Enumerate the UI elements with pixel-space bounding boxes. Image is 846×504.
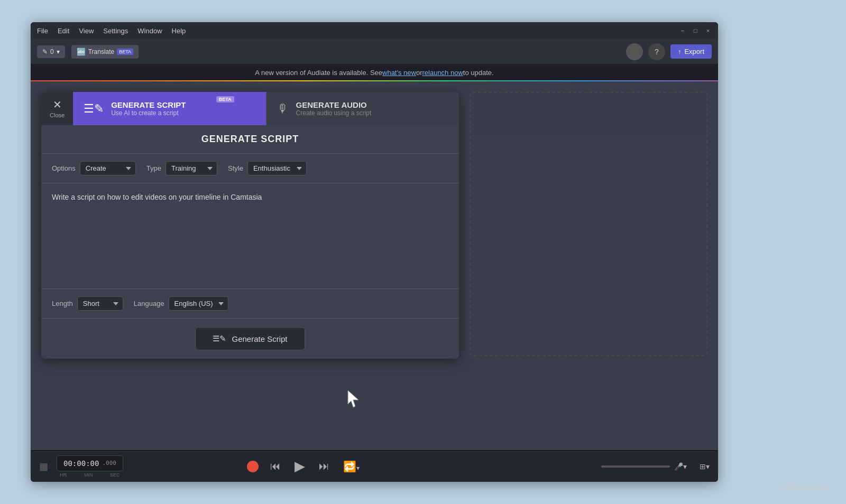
export-button[interactable]: ↑ Export bbox=[670, 44, 712, 59]
menu-window[interactable]: Window bbox=[137, 27, 162, 35]
menu-help[interactable]: Help bbox=[172, 27, 186, 35]
volume-area: 🎤▾ bbox=[601, 462, 687, 471]
dropdown-arrow-icon: ▾ bbox=[57, 48, 60, 55]
panel-close-button[interactable]: ✕ Close bbox=[41, 92, 73, 125]
maximize-button[interactable]: □ bbox=[692, 27, 699, 34]
panel-body: GENERATE SCRIPT Options Create Edit Summ… bbox=[41, 125, 459, 359]
hr-label: HR bbox=[60, 472, 67, 478]
panel-title: GENERATE SCRIPT bbox=[41, 125, 459, 154]
generate-script-panel: ✕ Close BETA ☰✎ GENERATE SCRIPT Use AI t… bbox=[41, 92, 459, 359]
length-group: Length Short Medium Long bbox=[52, 296, 123, 311]
bottom-bar: ▦ 00:00:00 .000 HR MIN SEC ⏮ ▶ ⏭ 🔁▾ 🎤▾ bbox=[31, 450, 718, 482]
pencil-icon: ✎ bbox=[42, 48, 48, 55]
translate-button[interactable]: 🔤 Translate BETA bbox=[71, 45, 139, 59]
audio-tab-text: GENERATE AUDIO Create audio using a scri… bbox=[296, 100, 372, 117]
script-count: 0 bbox=[50, 48, 54, 55]
app-window: File Edit View Settings Window Help − □ … bbox=[31, 22, 718, 482]
volume-bar[interactable] bbox=[601, 465, 670, 468]
timecode-ms: .000 bbox=[102, 460, 116, 466]
export-label: Export bbox=[684, 48, 704, 55]
timecode-value: 00:00:00 bbox=[63, 459, 99, 468]
export-icon: ↑ bbox=[678, 48, 682, 55]
user-avatar[interactable] bbox=[626, 43, 643, 60]
menu-view[interactable]: View bbox=[79, 27, 94, 35]
minimize-button[interactable]: − bbox=[679, 27, 686, 34]
options-label: Options bbox=[52, 164, 76, 172]
help-button[interactable]: ? bbox=[648, 43, 665, 60]
play-button[interactable]: ▶ bbox=[292, 456, 307, 477]
toolbar-right: ? ↑ Export bbox=[626, 43, 712, 60]
toolbar: ✎ 0 ▾ 🔤 Translate BETA ? ↑ Export bbox=[31, 39, 718, 64]
script-tab-text: GENERATE SCRIPT Use AI to create a scrip… bbox=[111, 100, 186, 117]
banner-text-middle: or bbox=[416, 69, 422, 77]
type-label: Type bbox=[146, 164, 161, 172]
placeholder-area bbox=[470, 92, 707, 356]
length-select[interactable]: Short Medium Long bbox=[77, 296, 123, 311]
script-textarea[interactable]: Write a script on how to edit videos on … bbox=[41, 183, 459, 286]
microphone-icon: 🎤▾ bbox=[674, 462, 687, 471]
timecode-area: 00:00:00 .000 HR MIN SEC bbox=[57, 455, 123, 478]
menu-settings[interactable]: Settings bbox=[103, 27, 128, 35]
options-group: Options Create Edit Summarize bbox=[52, 161, 136, 175]
grid-settings-icon[interactable]: ⊞▾ bbox=[700, 462, 710, 471]
timecode-display: 00:00:00 .000 bbox=[57, 455, 123, 471]
generate-script-label: Generate Script bbox=[232, 334, 287, 343]
tab-generate-script[interactable]: BETA ☰✎ GENERATE SCRIPT Use AI to create… bbox=[73, 92, 265, 125]
language-group: Language English (US) English (UK) Spani… bbox=[134, 296, 228, 311]
audio-tab-title: GENERATE AUDIO bbox=[296, 100, 372, 109]
menu-bar: File Edit View Settings Window Help bbox=[37, 27, 186, 35]
options-select[interactable]: Create Edit Summarize bbox=[80, 161, 136, 175]
min-label: MIN bbox=[84, 472, 93, 478]
language-select[interactable]: English (US) English (UK) Spanish French bbox=[169, 296, 228, 311]
sec-label: SEC bbox=[110, 472, 120, 478]
banner-text-before: A new version of Audiate is available. S… bbox=[255, 69, 382, 77]
translate-beta-badge: BETA bbox=[117, 49, 133, 55]
close-button[interactable]: × bbox=[704, 27, 712, 34]
panel-header: ✕ Close BETA ☰✎ GENERATE SCRIPT Use AI t… bbox=[41, 92, 459, 125]
menu-file[interactable]: File bbox=[37, 27, 48, 35]
banner-text-after: to update. bbox=[463, 69, 494, 77]
translate-icon: 🔤 bbox=[77, 48, 86, 56]
language-label: Language bbox=[134, 300, 164, 307]
generate-script-button[interactable]: ☰✎ Generate Script bbox=[195, 327, 305, 350]
svg-marker-0 bbox=[348, 390, 358, 407]
script-tab-icon: ☰✎ bbox=[84, 102, 104, 116]
loop-button[interactable]: 🔁▾ bbox=[341, 458, 362, 475]
script-tab-subtitle: Use AI to create a script bbox=[111, 109, 186, 117]
audio-tab-icon: 🎙 bbox=[277, 102, 289, 116]
options-row: Options Create Edit Summarize Type Train… bbox=[41, 154, 459, 183]
skip-forward-button[interactable]: ⏭ bbox=[317, 458, 332, 474]
generate-btn-row: ☰✎ Generate Script bbox=[41, 318, 459, 359]
rewind-button[interactable]: ⏮ bbox=[268, 458, 283, 474]
content-area: ✕ Close BETA ☰✎ GENERATE SCRIPT Use AI t… bbox=[31, 81, 718, 450]
whats-new-link[interactable]: what's new bbox=[382, 69, 416, 77]
record-dot-icon bbox=[247, 461, 259, 472]
relaunch-now-link[interactable]: relaunch now bbox=[422, 69, 463, 77]
style-group: Style Enthusiastic Professional Casual F… bbox=[228, 161, 307, 175]
window-controls: − □ × bbox=[679, 27, 712, 34]
close-label: Close bbox=[50, 112, 65, 118]
transport-controls: ⏮ ▶ ⏭ 🔁▾ bbox=[247, 456, 362, 477]
tab-generate-audio[interactable]: 🎙 GENERATE AUDIO Create audio using a sc… bbox=[266, 92, 459, 125]
style-select[interactable]: Enthusiastic Professional Casual Formal bbox=[247, 161, 307, 175]
script-tab-title: GENERATE SCRIPT bbox=[111, 100, 186, 109]
length-label: Length bbox=[52, 300, 73, 307]
translate-label: Translate bbox=[88, 48, 115, 55]
title-bar: File Edit View Settings Window Help − □ … bbox=[31, 22, 718, 39]
close-x-icon: ✕ bbox=[53, 99, 62, 110]
record-button[interactable] bbox=[247, 461, 259, 472]
menu-edit[interactable]: Edit bbox=[58, 27, 69, 35]
style-label: Style bbox=[228, 164, 243, 172]
type-select[interactable]: Training Tutorial Marketing Casual bbox=[165, 161, 217, 175]
script-counter-button[interactable]: ✎ 0 ▾ bbox=[37, 45, 65, 58]
camtasia-brand: Camtasia® bbox=[783, 482, 830, 493]
mouse-cursor bbox=[347, 389, 362, 410]
audio-tab-subtitle: Create audio using a script bbox=[296, 109, 372, 117]
generate-script-icon: ☰✎ bbox=[213, 334, 226, 343]
type-group: Type Training Tutorial Marketing Casual bbox=[146, 161, 217, 175]
update-banner: A new version of Audiate is available. S… bbox=[31, 64, 718, 81]
tab-beta-badge: BETA bbox=[216, 96, 234, 102]
length-row: Length Short Medium Long Language Englis… bbox=[41, 288, 459, 318]
waveform-icon: ▦ bbox=[39, 461, 48, 472]
